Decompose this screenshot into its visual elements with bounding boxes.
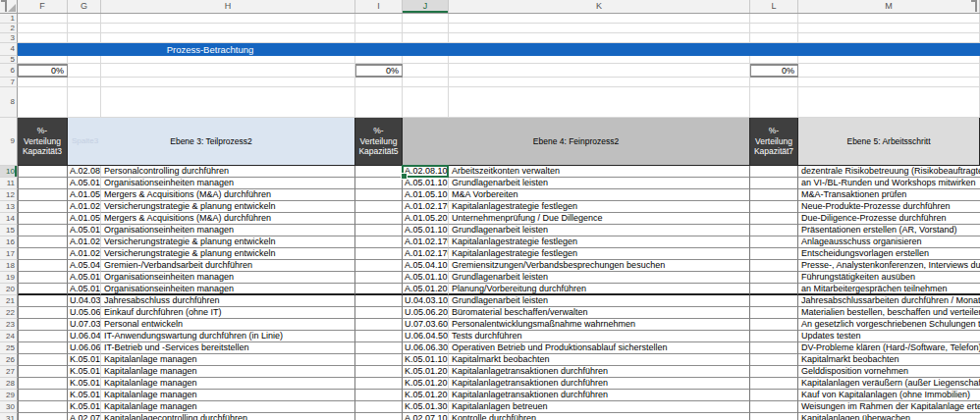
cell-J18[interactable]: A.05.04.10 bbox=[403, 260, 449, 272]
row-header-16[interactable]: 16 bbox=[0, 236, 18, 248]
cell-G19[interactable]: A.05.01 bbox=[68, 272, 101, 284]
cell-K17[interactable]: Kapitalanlagestrategie festlegen bbox=[449, 248, 750, 260]
cell-G8[interactable] bbox=[68, 87, 101, 118]
cell-L20[interactable] bbox=[750, 284, 798, 295]
cell-H15[interactable]: Organisationseinheiten managen bbox=[101, 225, 355, 236]
cell-K10[interactable]: Arbeitszeitkonten verwalten bbox=[449, 166, 750, 178]
cell-F14[interactable] bbox=[18, 213, 68, 225]
cell-K27[interactable]: Kapitalanlagetransaktionen durchführen bbox=[449, 366, 750, 378]
cell-F5[interactable] bbox=[18, 56, 68, 64]
cell-H31[interactable]: Kapitalanlagecontrolling durchführen bbox=[101, 413, 355, 420]
cell-I15[interactable] bbox=[355, 225, 403, 236]
cell-L10[interactable] bbox=[750, 166, 798, 178]
cell-K11[interactable]: Grundlagenarbeit leisten bbox=[449, 178, 750, 189]
cell-F18[interactable] bbox=[18, 260, 68, 272]
cell-M10[interactable]: dezentrale Risikobetreuung (Risikobeauft… bbox=[798, 166, 980, 178]
cell-I13[interactable] bbox=[355, 201, 403, 213]
cell-G3[interactable] bbox=[68, 33, 101, 43]
cell-H23[interactable]: Personal entwickeln bbox=[101, 319, 355, 331]
cell-H21[interactable]: Jahresabschluss durchführen bbox=[101, 295, 355, 307]
row-header-17[interactable]: 17 bbox=[0, 248, 18, 260]
cell-J21[interactable]: U.04.03.10 bbox=[403, 295, 449, 307]
cell-J24[interactable]: U.06.04.50 bbox=[403, 331, 449, 342]
cell-M24[interactable]: Updates testen bbox=[798, 331, 980, 342]
cell-I14[interactable] bbox=[355, 213, 403, 225]
column-header-H[interactable]: H bbox=[101, 0, 355, 13]
cell-K19[interactable]: Grundlagenarbeit leisten bbox=[449, 272, 750, 284]
cell-F10[interactable] bbox=[18, 166, 68, 178]
row-header-9[interactable]: 9 bbox=[0, 118, 18, 166]
cell-I11[interactable] bbox=[355, 178, 403, 189]
cell-L3[interactable] bbox=[750, 33, 798, 43]
cell-G16[interactable]: A.01.02 bbox=[68, 236, 101, 248]
column-header-F[interactable]: F bbox=[18, 0, 68, 13]
cell-H16[interactable]: Versicherungstrategie & planung entwicke… bbox=[101, 236, 355, 248]
cell-M15[interactable]: Präsentationen erstellen (AR, Vorstand) bbox=[798, 225, 980, 236]
cell-I8[interactable] bbox=[355, 87, 403, 118]
cell-H13[interactable]: Versicherungstrategie & planung entwicke… bbox=[101, 201, 355, 213]
cell-H5[interactable] bbox=[101, 56, 355, 64]
cell-J26[interactable]: K.05.01.10 bbox=[403, 354, 449, 366]
cell-G15[interactable]: A.05.01 bbox=[68, 225, 101, 236]
cell-F15[interactable] bbox=[18, 225, 68, 236]
cell-J31[interactable]: A.02.07.10 bbox=[403, 413, 449, 420]
cell-G10[interactable]: A.02.08 bbox=[68, 166, 101, 178]
cell-L22[interactable] bbox=[750, 307, 798, 319]
cell-I19[interactable] bbox=[355, 272, 403, 284]
cell-K16[interactable]: Kapitalanlagestrategie festlegen bbox=[449, 236, 750, 248]
cell-F29[interactable] bbox=[18, 390, 68, 401]
cell-G5[interactable] bbox=[68, 56, 101, 64]
cell-G13[interactable]: A.01.02 bbox=[68, 201, 101, 213]
cell-I3[interactable] bbox=[355, 33, 403, 43]
row-header-15[interactable]: 15 bbox=[0, 225, 18, 236]
row-header-21[interactable]: 21 bbox=[0, 295, 18, 307]
cell-G21[interactable]: U.04.03 bbox=[68, 295, 101, 307]
cell-L5[interactable] bbox=[750, 56, 798, 64]
cell-F22[interactable] bbox=[18, 307, 68, 319]
cell-J3[interactable] bbox=[403, 33, 449, 43]
cell-H25[interactable]: IT-Betrieb und -Services bereitstellen bbox=[101, 342, 355, 354]
cell-I20[interactable] bbox=[355, 284, 403, 295]
cell-L14[interactable] bbox=[750, 213, 798, 225]
cell-K3[interactable] bbox=[449, 33, 750, 43]
cell-I18[interactable] bbox=[355, 260, 403, 272]
cell-H24[interactable]: IT-Anwendungswartung durchführen (in Lin… bbox=[101, 331, 355, 342]
row-header-23[interactable]: 23 bbox=[0, 319, 18, 331]
cell-F26[interactable] bbox=[18, 354, 68, 366]
cell-I27[interactable] bbox=[355, 366, 403, 378]
cell-K24[interactable]: Tests durchführen bbox=[449, 331, 750, 342]
cell-I23[interactable] bbox=[355, 319, 403, 331]
cell-M5[interactable] bbox=[798, 56, 980, 64]
cell-F7[interactable] bbox=[18, 78, 68, 87]
cell-I31[interactable] bbox=[355, 413, 403, 420]
cell-H11[interactable]: Organisationseinheiten managen bbox=[101, 178, 355, 189]
column-header-K[interactable]: K bbox=[449, 0, 750, 13]
cell-J16[interactable]: A.01.02.170 bbox=[403, 236, 449, 248]
row-header-13[interactable]: 13 bbox=[0, 201, 18, 213]
cell-I28[interactable] bbox=[355, 378, 403, 390]
cell-H22[interactable]: Einkauf durchführen (ohne IT) bbox=[101, 307, 355, 319]
cell-M21[interactable]: Jahresabschlussarbeiten durchführen / Mo… bbox=[798, 295, 980, 307]
cell-H17[interactable]: Versicherungstrategie & planung entwicke… bbox=[101, 248, 355, 260]
cell-M14[interactable]: Due-Diligence-Prozesse durchführen bbox=[798, 213, 980, 225]
cell-K23[interactable]: Personalentwicklungsmaßnahme wahrnehmen bbox=[449, 319, 750, 331]
cell-M1[interactable] bbox=[798, 14, 980, 24]
column-header-M[interactable]: M bbox=[798, 0, 980, 13]
cell-K13[interactable]: Kapitalanlagestrategie festlegen bbox=[449, 201, 750, 213]
cell-K26[interactable]: Kapitalmarkt beobachten bbox=[449, 354, 750, 366]
cell-G7[interactable] bbox=[68, 78, 101, 87]
cell-G22[interactable]: U.05.06 bbox=[68, 307, 101, 319]
cell-K2[interactable] bbox=[449, 24, 750, 33]
cell-G28[interactable]: K.05.01 bbox=[68, 378, 101, 390]
cell-F2[interactable] bbox=[18, 24, 68, 33]
cell-K14[interactable]: Unternehmenprüfung / Due Dillegence bbox=[449, 213, 750, 225]
cell-H10[interactable]: Personalcontrolling durchführen bbox=[101, 166, 355, 178]
cell-F19[interactable] bbox=[18, 272, 68, 284]
cell-K1[interactable] bbox=[449, 14, 750, 24]
cell-G18[interactable]: A.05.04 bbox=[68, 260, 101, 272]
cell-J6[interactable] bbox=[403, 64, 449, 78]
cell-G27[interactable]: K.05.01 bbox=[68, 366, 101, 378]
cell-I2[interactable] bbox=[355, 24, 403, 33]
cell-F21[interactable] bbox=[18, 295, 68, 307]
cell-K31[interactable]: Kontrolle durchführen bbox=[449, 413, 750, 420]
